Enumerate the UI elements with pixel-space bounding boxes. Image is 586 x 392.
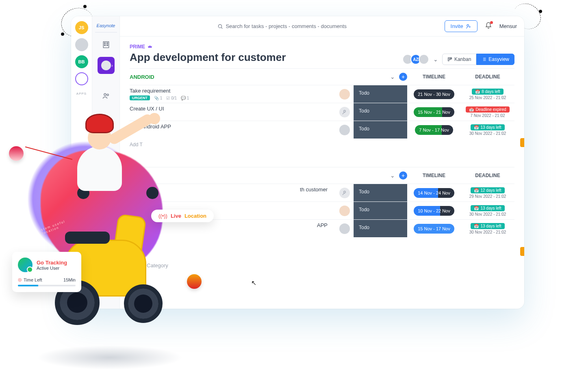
- svg-point-6: [107, 94, 109, 95]
- search-input[interactable]: Search for tasks - projects - comments -…: [127, 23, 437, 29]
- task-row[interactable]: th customer Todo 14 Nov - 24 Nov 📅 12 da…: [130, 184, 514, 201]
- member-avatars[interactable]: AZ: [405, 54, 429, 65]
- notifications-icon[interactable]: [485, 22, 492, 31]
- svg-point-5: [104, 93, 106, 95]
- page-header: PRIME App development for customer AZ ⌄ …: [120, 37, 524, 68]
- workspace-avatar[interactable]: JS: [75, 21, 88, 34]
- deadline-date: 30 Nov 2022 - 21:02: [469, 131, 506, 136]
- rider-illustration: [69, 114, 134, 207]
- workspace-avatar[interactable]: BB: [75, 55, 88, 68]
- timeline-pill[interactable]: 7 Nov - 17 Nov: [415, 125, 453, 135]
- section-header: ANDROID ⌄ + TIMELINE DEADLINE: [130, 68, 514, 85]
- status-cell[interactable]: Todo: [354, 184, 407, 201]
- section-color-tab: [520, 247, 524, 256]
- status-cell[interactable]: Todo: [354, 220, 407, 237]
- view-kanban-button[interactable]: Kanban: [442, 54, 476, 65]
- unassigned-icon[interactable]: [339, 107, 350, 117]
- status-cell[interactable]: Todo: [354, 202, 407, 219]
- kanban-icon: [447, 57, 452, 62]
- target-icon: ◎: [18, 277, 22, 282]
- list-icon: [482, 57, 486, 62]
- attachment-count: 📎 1: [154, 96, 162, 100]
- team-icon[interactable]: [100, 89, 113, 102]
- workspace-avatar[interactable]: [75, 38, 88, 51]
- timeline-pill[interactable]: 15 Nov - 17 Nov: [414, 224, 454, 234]
- crown-icon: [148, 44, 152, 49]
- deadline-chip: 📅 8 days left: [472, 89, 504, 95]
- unassigned-icon[interactable]: [339, 188, 350, 198]
- decor-dot: [61, 32, 64, 36]
- svg-point-8: [467, 24, 469, 26]
- app-logo: Easynote: [95, 21, 117, 32]
- time-left-label: Time Left: [24, 277, 42, 282]
- section-collapse-icon[interactable]: ⌄: [390, 172, 395, 179]
- col-deadline: DEADLINE: [461, 173, 514, 178]
- add-category-button[interactable]: +Add Category: [130, 258, 514, 273]
- floating-avatar: [9, 146, 24, 161]
- assignee-avatar[interactable]: [339, 223, 350, 234]
- assignee-avatar[interactable]: [339, 125, 350, 135]
- task-title: Create UX / UI: [130, 106, 336, 112]
- username[interactable]: Mensur: [499, 23, 517, 29]
- task-row[interactable]: ta of Android APP Todo 7 Nov - 17 Nov 📅 …: [130, 121, 514, 139]
- svg-rect-11: [451, 58, 451, 59]
- status-cell[interactable]: Todo: [354, 103, 407, 121]
- deadline-date: 25 Nov 2022 - 21:02: [469, 95, 506, 100]
- decor-dot: [539, 10, 542, 13]
- deadline-date: 7 Nov 2022 - 21:02: [470, 113, 505, 118]
- timeline-pill[interactable]: 14 Nov - 24 Nov: [414, 188, 454, 198]
- tracking-card: Go Tracking Active User ◎ Time Left 15Mi…: [12, 252, 81, 292]
- svg-rect-3: [104, 45, 105, 46]
- add-task-button[interactable]: +: [399, 171, 407, 180]
- status-cell[interactable]: Todo: [354, 85, 407, 103]
- timeline-pill[interactable]: 21 Nov - 30 Nov: [414, 89, 454, 99]
- task-row[interactable]: Create UX / UI Todo 15 Nov - 21 Nov 📅 De…: [130, 103, 514, 121]
- svg-rect-10: [449, 58, 451, 60]
- search-placeholder: Search for tasks - projects - comments -…: [226, 23, 347, 29]
- deadline-chip: 📅 13 days left: [471, 124, 504, 130]
- topbar: Search for tasks - projects - comments -…: [120, 16, 524, 37]
- content: ANDROID ⌄ + TIMELINE DEADLINE Take requi…: [120, 68, 524, 309]
- status-cell[interactable]: Todo: [354, 121, 407, 139]
- checklist-count: ☑ 0/1: [166, 96, 177, 100]
- signal-icon: ((•)): [158, 213, 167, 219]
- section-color-tab: [520, 138, 524, 147]
- cursor-icon: ↖: [251, 279, 256, 287]
- view-easyview-button[interactable]: Easyview: [476, 54, 514, 65]
- add-task-button[interactable]: +: [399, 73, 407, 81]
- workspace-avatar-selected[interactable]: [75, 72, 88, 85]
- invite-button[interactable]: Invite: [445, 20, 477, 32]
- members-dropdown-icon[interactable]: ⌄: [433, 56, 438, 63]
- deadline-chip: 📅 Deadline expired: [466, 106, 509, 113]
- col-timeline: TIMELINE: [407, 74, 461, 80]
- deadline-chip: 📅 13 days left: [471, 223, 504, 229]
- deadline-chip: 📅 12 days left: [471, 187, 504, 193]
- apps-label: APPS: [76, 92, 87, 95]
- assignee-avatar[interactable]: [339, 206, 350, 216]
- svg-point-13: [344, 191, 346, 193]
- prime-badge: PRIME: [130, 44, 286, 50]
- time-left-value: 15Min: [63, 277, 76, 282]
- tracking-title: Go Tracking: [37, 260, 67, 266]
- company-icon[interactable]: [100, 38, 113, 51]
- svg-rect-4: [106, 45, 108, 46]
- search-icon: [217, 24, 223, 29]
- deadline-chip: 📅 13 days left: [471, 205, 504, 211]
- deadline-date: 30 Nov 2022 - 21:02: [469, 230, 506, 234]
- col-deadline: DEADLINE: [461, 74, 514, 80]
- project-avatar-active[interactable]: ›: [98, 57, 115, 74]
- svg-rect-9: [448, 58, 449, 61]
- section-name[interactable]: ANDROID: [130, 74, 390, 80]
- svg-rect-1: [104, 43, 105, 44]
- floating-avatar: [187, 274, 202, 289]
- assignee-avatar[interactable]: [339, 89, 350, 100]
- task-row[interactable]: Take requirement URGENT 📎 1 ☑ 0/1 💬 1 To…: [130, 85, 514, 103]
- timeline-pill[interactable]: 10 Nov - 22 Nov: [414, 206, 454, 216]
- task-title: ta of Android APP: [130, 123, 336, 130]
- add-task-link[interactable]: Add T: [130, 139, 514, 151]
- timeline-pill[interactable]: 15 Nov - 21 Nov: [414, 107, 454, 117]
- live-location-pill: ((•)) Live Location: [151, 210, 214, 222]
- tracking-subtitle: Active User: [37, 266, 67, 271]
- section-collapse-icon[interactable]: ⌄: [390, 74, 395, 80]
- col-timeline: TIMELINE: [407, 173, 461, 178]
